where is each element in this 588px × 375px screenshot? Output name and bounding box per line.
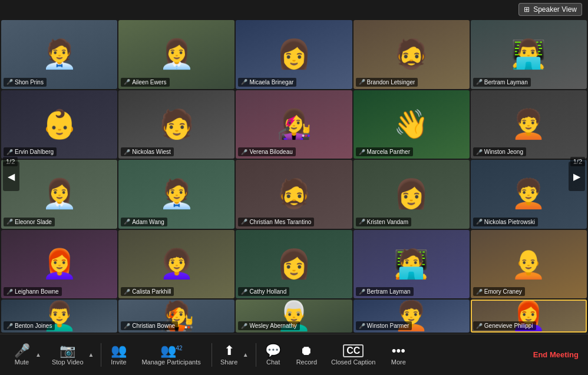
end-meeting-button[interactable]: End Meeting [531, 346, 581, 364]
video-cell: 👨‍💻 🎤 Bertram Layman [471, 20, 587, 89]
mute-button[interactable]: 🎤 Mute [7, 341, 37, 369]
participant-name: Micaela Brinegar [249, 79, 293, 85]
speaker-view-label: Speaker View [533, 5, 577, 14]
participant-label: 🎤 Brandon Letsinger [356, 78, 418, 87]
mic-icon: 🎤 [124, 323, 130, 329]
video-cell: 👨‍🦱 🎤 Benton Joines [1, 300, 117, 333]
more-label: More [391, 358, 406, 366]
participant-label: 🎤 Ervin Dahlberg [4, 147, 57, 156]
participant-name: Christian Bowne [132, 323, 175, 329]
record-label: Record [296, 358, 317, 366]
video-cell: 👶 🎤 Ervin Dahlberg [1, 90, 117, 159]
stop-video-label: Stop Video [52, 358, 84, 366]
mic-icon: 🎤 [241, 323, 247, 329]
video-cell: 🧑 🎤 Nickolas Wiest [118, 90, 234, 159]
participant-count-badge: 42 [176, 344, 183, 351]
share-label: Share [220, 358, 237, 366]
participant-name: Nickolas Wiest [132, 149, 171, 155]
mic-icon: 🎤 [124, 219, 130, 225]
mic-icon: 🎤 [476, 79, 483, 85]
manage-participants-label: Manage Participants [141, 358, 200, 366]
chat-label: Chat [266, 358, 280, 366]
share-caret-button[interactable]: ▲ [240, 348, 251, 361]
participant-name: Bertram Layman [367, 288, 411, 295]
video-cell: 🧑‍🦱 🎤 Winston Parmer [354, 300, 470, 333]
caret-icon: ▲ [243, 351, 249, 358]
participant-name: Winston Parmer [367, 323, 409, 329]
mic-icon: 🎤 [124, 149, 130, 155]
participant-label: 🎤 Aileen Ewers [121, 78, 169, 87]
mic-icon: 🎤 [241, 79, 247, 85]
video-cell: 👩 🎤 Cathy Holland [236, 230, 352, 299]
participant-label: 🎤 Nickolas Pietrowski [473, 218, 538, 226]
invite-label: Invite [111, 358, 126, 366]
video-cell: 👨‍🦳 🎤 Wesley Abernathy [236, 300, 352, 333]
participant-name: Aileen Ewers [132, 79, 166, 85]
mute-caret-button[interactable]: ▲ [33, 348, 44, 361]
more-group: ••• More [384, 341, 413, 369]
closed-caption-button[interactable]: CC Closed Caption [325, 341, 381, 369]
mic-icon: 🎤 [6, 219, 13, 225]
top-bar: ⊞ Speaker View [0, 0, 588, 19]
video-cell: 🧔 🎤 Christian Mes Tarantino [236, 160, 352, 229]
participant-name: Leighann Bowne [15, 288, 59, 295]
video-cell: 🧑‍💼 🎤 Adam Wang [118, 160, 234, 229]
participant-label: 🎤 Christian Bowne [121, 321, 178, 330]
record-button[interactable]: ⏺ Record [290, 341, 323, 369]
caret-icon: ▲ [35, 351, 41, 358]
participant-name: Genevieve Philippi [484, 323, 533, 329]
participant-name: Marcela Panther [367, 149, 410, 155]
participant-name: Calista Parkhill [132, 288, 171, 295]
video-cell: 👋 🎤 Marcela Panther [354, 90, 470, 159]
mic-icon: 🎤 [476, 149, 483, 155]
participant-label: 🎤 Bertram Layman [473, 78, 531, 87]
participant-label: 🎤 Bertram Layman [356, 287, 414, 296]
grid-icon: ⊞ [524, 5, 530, 14]
mute-label: Mute [15, 358, 29, 366]
manage-participants-button[interactable]: 👥42 Manage Participants [136, 341, 206, 369]
mic-icon: 🎤 [476, 323, 483, 329]
participant-label: 🎤 Marcela Panther [356, 147, 413, 156]
participant-label: 🎤 Benton Joines [4, 321, 55, 330]
record-icon: ⏺ [300, 344, 313, 357]
video-cell: 🧑‍🦲 🎤 Emory Craney [471, 230, 587, 299]
participant-name: Cathy Holland [249, 288, 286, 295]
video-icon: 📷 [60, 344, 75, 357]
video-cell: 👩 🎤 Kristen Vandam [354, 160, 470, 229]
video-cell: 👩 🎤 Micaela Brinegar [236, 20, 352, 89]
toolbar: 🎤 Mute ▲ 📷 Stop Video ▲ 👥 Invite 👥42 Man… [0, 334, 588, 375]
invite-group: 👥 Invite [104, 341, 133, 369]
mic-icon: 🎤 [359, 79, 365, 85]
chat-button[interactable]: 💬 Chat [259, 341, 288, 369]
more-button[interactable]: ••• More [384, 341, 413, 369]
participant-name: Brandon Letsinger [367, 79, 415, 85]
participant-label: 🎤 Adam Wang [121, 218, 167, 226]
closed-caption-group: CC Closed Caption [325, 341, 381, 369]
prev-page-button[interactable]: ◀ [3, 162, 19, 191]
share-icon: ⬆ [224, 344, 234, 357]
speaker-view-button[interactable]: ⊞ Speaker View [518, 3, 582, 16]
participant-label: 🎤 Calista Parkhill [121, 287, 174, 296]
participant-name: Adam Wang [132, 219, 164, 225]
video-cell: 🧑‍🦱 🎤 Winston Jeong [471, 90, 587, 159]
next-page-button[interactable]: ▶ [569, 162, 585, 191]
share-group: ⬆ Share ▲ [214, 341, 251, 369]
participant-name: Wesley Abernathy [249, 323, 296, 329]
share-button[interactable]: ⬆ Share [214, 341, 244, 369]
video-cell: 🧑‍💻 🎤 Bertram Layman [354, 230, 470, 299]
participant-label: 🎤 Kristen Vandam [356, 218, 411, 226]
participant-label: 🎤 Micaela Brinegar [238, 78, 296, 87]
video-cell: 👩‍💼 🎤 Aileen Ewers [118, 20, 234, 89]
video-cell: 👩‍🎤 🎤 Verena Bilodeau [236, 90, 352, 159]
participant-label: 🎤 Eleonor Slade [4, 218, 55, 226]
participant-label: 🎤 Shon Prins [4, 78, 47, 87]
invite-button[interactable]: 👥 Invite [104, 341, 133, 369]
stop-video-button[interactable]: 📷 Stop Video [46, 341, 90, 369]
video-cell: 👩‍🦰 🎤 Leighann Bowne [1, 230, 117, 299]
video-cell: 🧔 🎤 Brandon Letsinger [354, 20, 470, 89]
video-caret-button[interactable]: ▲ [86, 348, 97, 361]
participants-group: 👥42 Manage Participants [136, 341, 206, 369]
video-cell: 🧑‍🎤 🎤 Christian Bowne [118, 300, 234, 333]
video-cell-active: 👩‍🦰 🎤 Genevieve Philippi [471, 300, 587, 333]
mic-icon: 🎤 [476, 219, 483, 225]
